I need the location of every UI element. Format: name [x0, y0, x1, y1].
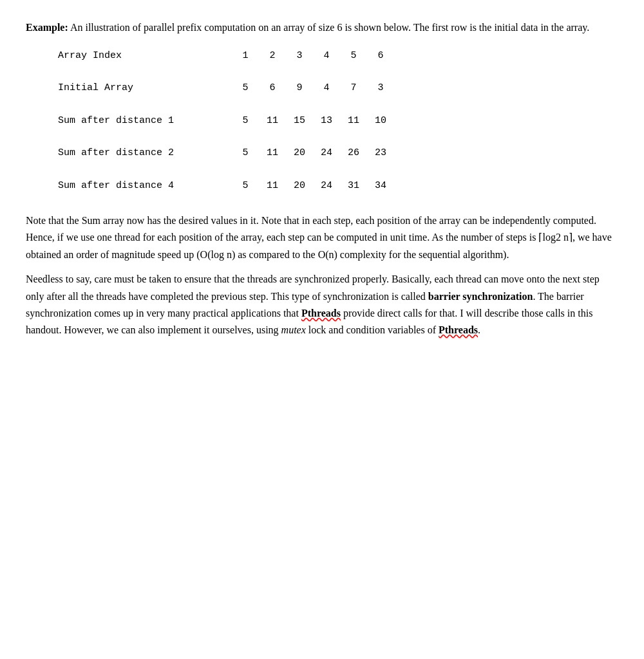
table-cell: 4	[313, 49, 340, 64]
table-cell: 11	[259, 146, 286, 161]
table-cell: 6	[259, 81, 286, 96]
table-cell: 31	[340, 179, 367, 194]
table-cell: 24	[313, 179, 340, 194]
table-cell: 2	[259, 49, 286, 64]
row-label: Sum after distance 1	[58, 114, 232, 129]
prose-paragraph2: Needless to say, care must be taken to e…	[26, 271, 618, 339]
table-cell: 5	[340, 49, 367, 64]
table-cell: 10	[367, 114, 394, 129]
prose-p2-end: .	[478, 324, 480, 335]
barrier-synchronization-label: barrier synchronization	[428, 291, 533, 302]
mutex-label: mutex	[281, 324, 306, 335]
table-cell: 20	[286, 146, 313, 161]
table-cell: 15	[286, 114, 313, 129]
table-cell: 3	[286, 49, 313, 64]
table-cell: 11	[259, 179, 286, 194]
data-table: Array Index123456Initial Array569473Sum …	[58, 49, 618, 194]
table-cell: 24	[313, 146, 340, 161]
example-label: Example:	[26, 22, 68, 33]
table-cell: 23	[367, 146, 394, 161]
row-label: Initial Array	[58, 81, 232, 96]
table-cell: 11	[259, 114, 286, 129]
table-row: Sum after distance 251120242623	[58, 146, 618, 161]
example-text: An illustration of parallel prefix compu…	[68, 22, 589, 33]
table-cell: 7	[340, 81, 367, 96]
example-block: Example: An illustration of parallel pre…	[26, 19, 618, 193]
pthreads-label-2: Pthreads	[439, 324, 478, 335]
table-cell: 9	[286, 81, 313, 96]
table-cell: 5	[232, 146, 259, 161]
table-cell: 6	[367, 49, 394, 64]
table-cell: 5	[232, 114, 259, 129]
table-cell: 5	[232, 81, 259, 96]
table-cell: 26	[340, 146, 367, 161]
pthreads-label-1: Pthreads	[301, 308, 341, 319]
table-row: Sum after distance 151115131110	[58, 114, 618, 129]
prose-paragraph1: Note that the Sum array now has the desi…	[26, 212, 618, 263]
prose-block: Note that the Sum array now has the desi…	[26, 212, 618, 339]
table-cell: 20	[286, 179, 313, 194]
table-cell: 13	[313, 114, 340, 129]
row-label: Sum after distance 2	[58, 146, 232, 161]
example-intro: Example: An illustration of parallel pre…	[26, 19, 618, 36]
row-label: Sum after distance 4	[58, 179, 232, 194]
table-row: Array Index123456	[58, 49, 618, 64]
table-cell: 5	[232, 179, 259, 194]
table-cell: 34	[367, 179, 394, 194]
table-cell: 3	[367, 81, 394, 96]
table-row: Initial Array569473	[58, 81, 618, 96]
row-label: Array Index	[58, 49, 232, 64]
table-cell: 11	[340, 114, 367, 129]
table-cell: 1	[232, 49, 259, 64]
table-cell: 4	[313, 81, 340, 96]
prose-p2-part4: lock and condition variables of	[306, 324, 439, 335]
table-row: Sum after distance 451120243134	[58, 179, 618, 194]
